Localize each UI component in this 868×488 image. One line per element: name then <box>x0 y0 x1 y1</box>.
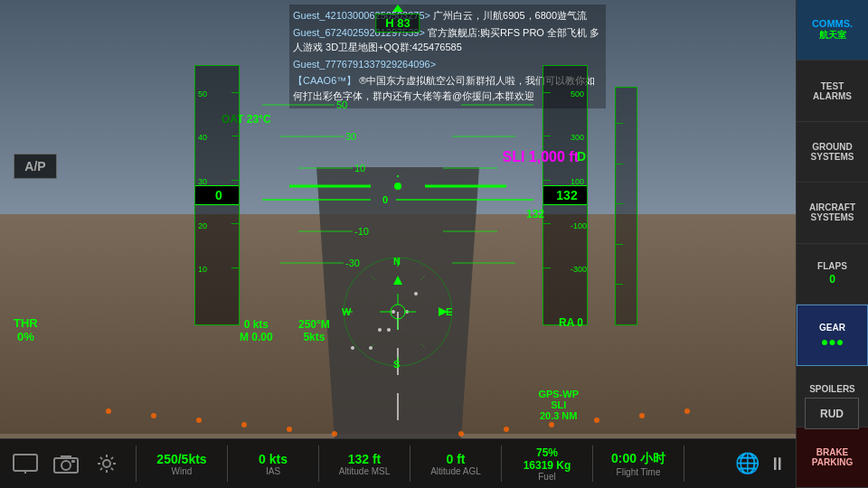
comms-button[interactable]: COMMS. 航天室 <box>797 0 868 61</box>
chat-line-3: Guest_7776791337929264096> <box>293 57 602 72</box>
fuel-item: 75%16319 Kg Fuel <box>520 446 574 482</box>
svg-rect-65 <box>14 455 37 471</box>
alt-agl-label: Altitude AGL <box>430 466 481 476</box>
rud-label: RUD <box>820 408 844 420</box>
svg-point-8 <box>151 413 156 418</box>
aircraft-systems-label: AIRCRAFT SYSTEMS <box>809 202 855 222</box>
chat-line-4: 【CAAO6™】 ®中国东方虚拟航空公司新群招人啦，我们可以教你如何打出彩色字体… <box>293 73 602 103</box>
flight-time-label: Flight Time <box>617 467 661 477</box>
svg-point-18 <box>405 310 409 314</box>
flight-view: Guest_421030006250503275> 广州白云，川航6905，68… <box>0 0 796 488</box>
ias-value: 0 kts <box>259 452 288 466</box>
comms-sub: 航天室 <box>819 29 846 42</box>
fuel-value: 75%16319 Kg <box>524 446 571 472</box>
svg-point-14 <box>639 413 645 418</box>
svg-point-4 <box>332 431 337 436</box>
ias-label: IAS <box>266 466 280 476</box>
flaps-value: 0 <box>829 273 835 286</box>
svg-point-9 <box>106 408 111 414</box>
svg-point-12 <box>549 422 554 427</box>
gear-button[interactable]: GEAR ●●● <box>797 305 868 366</box>
sep4 <box>410 446 410 482</box>
alt-agl-item: 0 ft Altitude AGL <box>429 452 483 476</box>
comms-label: COMMS. <box>812 18 853 29</box>
alt-msl-item: 132 ft Altitude MSL <box>337 452 392 476</box>
sep1 <box>136 446 137 482</box>
chat-line-1: Guest_421030006250503275> 广州白云，川航6905，68… <box>293 8 602 23</box>
chat-user-4: 【CAAO6™】 <box>293 75 356 86</box>
sep3 <box>318 446 319 482</box>
camera-icon[interactable] <box>50 448 81 480</box>
chat-user-1: Guest_421030006250503275> <box>293 10 430 21</box>
svg-rect-70 <box>71 460 75 463</box>
svg-point-13 <box>594 418 599 423</box>
svg-point-21 <box>378 328 382 332</box>
sep5 <box>501 446 502 482</box>
ground-systems-label: GROUND SYSTEMS <box>811 142 854 162</box>
svg-point-5 <box>287 427 292 432</box>
svg-point-20 <box>369 346 373 350</box>
globe-icon[interactable]: 🌐 <box>735 452 760 475</box>
svg-point-11 <box>504 427 509 432</box>
flight-time-value: 0:00 小时 <box>611 451 665 467</box>
alt-agl-value: 0 ft <box>447 452 466 466</box>
svg-point-17 <box>387 328 391 332</box>
gear-label: GEAR <box>819 323 845 333</box>
svg-point-22 <box>392 310 395 314</box>
chat-msg-1: 广州白云，川航6905，6800遊气流 <box>433 10 587 21</box>
chat-user-3: Guest_7776791337929264096> <box>293 59 436 70</box>
alt-msl-label: Altitude MSL <box>339 466 391 476</box>
sep2 <box>227 446 228 482</box>
svg-point-69 <box>61 461 71 470</box>
right-panel: COMMS. 航天室 TEST ALARMS GROUND SYSTEMS AI… <box>796 0 868 488</box>
spoilers-label: SPOILERS <box>809 384 855 394</box>
test-alarms-label: TEST ALARMS <box>813 81 852 101</box>
chat-user-2: Guest_67240259201297539> <box>293 27 425 38</box>
flaps-button[interactable]: FLAPS 0 <box>797 244 868 305</box>
alt-msl-value: 132 ft <box>348 452 382 466</box>
fuel-label: Fuel <box>538 472 555 482</box>
flight-time-item: 0:00 小时 Flight Time <box>611 451 665 477</box>
svg-point-6 <box>241 422 247 427</box>
screen-icon[interactable] <box>9 448 41 480</box>
svg-point-16 <box>351 346 354 350</box>
test-alarms-button[interactable]: TEST ALARMS <box>797 61 868 121</box>
ias-item: 0 kts IAS <box>246 452 300 476</box>
chat-line-2: Guest_67240259201297539> 官方旗舰店:购买RFS PRO… <box>293 25 602 55</box>
aircraft-systems-button[interactable]: AIRCRAFT SYSTEMS <box>797 183 868 243</box>
settings-icon[interactable] <box>90 448 122 480</box>
sep6 <box>592 446 593 482</box>
wind-item: 250/5kts Wind <box>155 452 209 476</box>
sep7 <box>684 446 684 482</box>
svg-point-15 <box>684 408 690 414</box>
svg-point-71 <box>103 460 110 467</box>
svg-point-19 <box>414 292 418 296</box>
svg-point-7 <box>196 418 202 423</box>
pause-icon[interactable]: ⏸ <box>769 454 787 474</box>
brake-parking-label: BRAKE PARKING <box>812 447 853 467</box>
wind-label: Wind <box>172 466 193 476</box>
status-bar: 250/5kts Wind 0 kts IAS 132 ft Altitude … <box>0 438 796 488</box>
gear-value: ●●● <box>821 334 844 349</box>
svg-point-10 <box>458 431 464 436</box>
brake-parking-button[interactable]: BRAKE PARKING <box>797 427 868 488</box>
ground-systems-button[interactable]: GROUND SYSTEMS <box>797 122 868 183</box>
rud-button[interactable]: RUD <box>805 398 859 429</box>
wind-value: 250/5kts <box>156 452 206 466</box>
runway-svg <box>0 167 796 438</box>
chat-overlay: Guest_421030006250503275> 广州白云，川航6905，68… <box>289 5 606 108</box>
flaps-label: FLAPS <box>817 261 847 271</box>
